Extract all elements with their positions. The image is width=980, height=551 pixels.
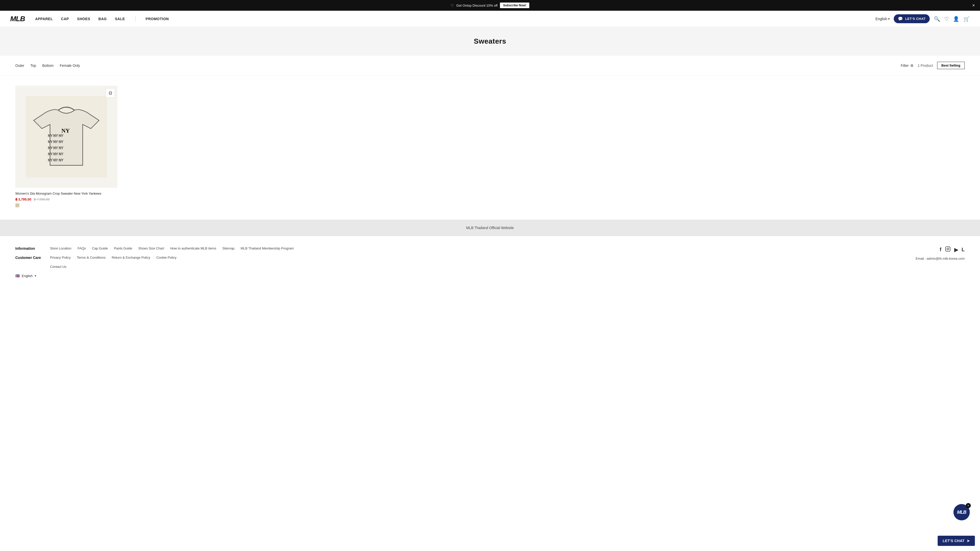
footer-care-title: Customer Care [15,256,46,260]
chevron-down-icon: ▾ [888,17,890,21]
footer-care-links: Privacy Policy Terms & Conditions Return… [50,256,177,259]
chat-icon: 💬 [898,16,903,21]
products-grid: NY NY NY NY NY NY NY NY NY NY NY NY NY N… [15,86,118,210]
nav-bag[interactable]: BAG [99,17,107,21]
filter-bottom[interactable]: Bottom [42,64,54,68]
product-name: Women's Dia Monogram Crop Sweater New Yo… [15,191,118,196]
footer-terms[interactable]: Terms & Conditions [77,256,106,259]
page-title-section: Sweaters [0,27,980,56]
nav-shoes[interactable]: SHOES [77,17,90,21]
search-icon: 🔍 [934,16,940,22]
page-title: Sweaters [5,37,975,45]
footer: f ▶ L Email : admin@th.mlb-korea.com Inf… [0,236,980,288]
footer-info-links: Store Location FAQs Cap Guide Pants Guid… [50,246,294,250]
product-wishlist-button[interactable]: ⊡ [106,88,115,97]
filter-female-only[interactable]: Female Only [60,64,80,68]
product-count: 1 Product [918,64,933,68]
heart-icon: ♡ [944,16,949,22]
nav-apparel[interactable]: APPAREL [35,17,53,21]
filter-button[interactable]: Filter ⚙ [901,64,914,68]
footer-cap-guide[interactable]: Cap Guide [92,246,108,250]
lets-chat-label: LET'S CHAT [905,17,926,21]
footer-cookie-policy[interactable]: Cookie Policy [156,256,177,259]
lets-chat-button[interactable]: 💬 LET'S CHAT [894,14,930,23]
announcement-text: Get Ontop Discount 10% off [456,3,498,7]
sort-button[interactable]: Best Selling [937,62,965,69]
color-swatch-beige[interactable] [15,203,19,207]
filter-categories: Outer Top Bottom Female Only [15,64,80,68]
svg-text:NY NY NY: NY NY NY [48,152,63,156]
social-instagram[interactable] [945,246,951,253]
cart-icon: 🛒 [963,16,970,22]
wishlist-icon: ⊡ [109,91,112,95]
product-colors [15,203,118,207]
svg-text:NY NY NY: NY NY NY [48,146,63,150]
subscribe-button[interactable]: Subscribe Now! [500,3,529,8]
product-info: Women's Dia Monogram Crop Sweater New Yo… [15,188,118,210]
footer-contact-us[interactable]: Contact Us [50,265,66,268]
product-card[interactable]: NY NY NY NY NY NY NY NY NY NY NY NY NY N… [15,86,118,210]
footer-care-row: Customer Care Privacy Policy Terms & Con… [15,256,965,260]
footer-membership[interactable]: MLB Thailand Membership Program [241,246,294,250]
heart-icon: ♡ [451,3,454,7]
footer-authenticate[interactable]: How to authenticate MLB items [170,246,216,250]
social-line[interactable]: L [962,247,965,252]
search-button[interactable]: 🔍 [934,16,940,22]
user-icon: 👤 [953,16,959,22]
announcement-close-button[interactable]: × [972,3,975,8]
filter-label: Filter [901,64,909,68]
price-sale: ฿ 3,795.00 [15,197,31,201]
footer-band: MLB Thailand Official Website [0,220,980,236]
svg-point-8 [947,248,948,250]
svg-point-9 [949,248,950,248]
footer-privacy-policy[interactable]: Privacy Policy [50,256,71,259]
social-facebook[interactable]: f [940,247,942,252]
logo[interactable]: MLB [10,15,25,23]
cart-button[interactable]: 🛒 [963,16,970,22]
nav-promotion[interactable]: PROMOTION [146,17,169,21]
announcement-bar: ♡ Get Ontop Discount 10% off Subscribe N… [0,0,980,11]
product-prices: ฿ 3,795.00 ฿ 7,590.00 [15,197,118,201]
footer-sitemap[interactable]: Sitemap [222,246,234,250]
svg-text:NY: NY [62,127,70,134]
product-image: NY NY NY NY NY NY NY NY NY NY NY NY NY N… [25,96,107,178]
flag-icon: 🇬🇧 [15,274,20,278]
products-section: NY NY NY NY NY NY NY NY NY NY NY NY NY N… [0,76,980,220]
footer-shoes-size-chart[interactable]: Shoes Size Chart [138,246,164,250]
nav-sale[interactable]: SALE [115,17,125,21]
language-label: English [876,17,887,21]
footer-wrapper: f ▶ L Email : admin@th.mlb-korea.com Inf… [0,236,980,288]
nav-cap[interactable]: CAP [61,17,69,21]
filter-outer[interactable]: Outer [15,64,24,68]
svg-text:NY NY NY: NY NY NY [48,134,63,138]
svg-text:NY NY NY: NY NY NY [48,158,63,162]
account-button[interactable]: 👤 [953,16,959,22]
footer-info-row: Information Store Location FAQs Cap Guid… [15,246,965,251]
footer-pants-guide[interactable]: Pants Guide [114,246,132,250]
social-tiktok[interactable]: ▶ [954,247,958,253]
price-original: ฿ 7,590.00 [34,197,49,201]
footer-contact-row: Contact Us [15,265,965,268]
filter-bar: Outer Top Bottom Female Only Filter ⚙ 1 … [0,56,980,76]
footer-faqs[interactable]: FAQs [78,246,86,250]
navbar: MLB APPAREL CAP SHOES BAG SALE PROMOTION… [0,11,980,27]
nav-links: APPAREL CAP SHOES BAG SALE PROMOTION [35,16,876,22]
product-image-wrapper: NY NY NY NY NY NY NY NY NY NY NY NY NY N… [15,86,118,188]
language-selector[interactable]: English ▾ [876,17,890,21]
footer-email: Email : admin@th.mlb-korea.com [916,257,965,260]
wishlist-button[interactable]: ♡ [944,16,949,22]
svg-rect-7 [945,247,950,251]
footer-band-text: MLB Thailand Official Website [466,226,514,230]
footer-return-policy[interactable]: Return & Exchange Policy [112,256,150,259]
filter-top[interactable]: Top [30,64,36,68]
footer-info-title: Information [15,246,46,251]
footer-store-location[interactable]: Store Location [50,246,72,250]
navbar-right: English ▾ 💬 LET'S CHAT 🔍 ♡ 👤 🛒 [876,14,970,23]
filter-right: Filter ⚙ 1 Product Best Selling [901,62,965,69]
footer-lang-label: English [22,274,33,278]
svg-text:NY NY NY: NY NY NY [48,140,63,144]
filter-icon: ⚙ [910,64,914,68]
chevron-down-icon: ▾ [35,274,36,278]
